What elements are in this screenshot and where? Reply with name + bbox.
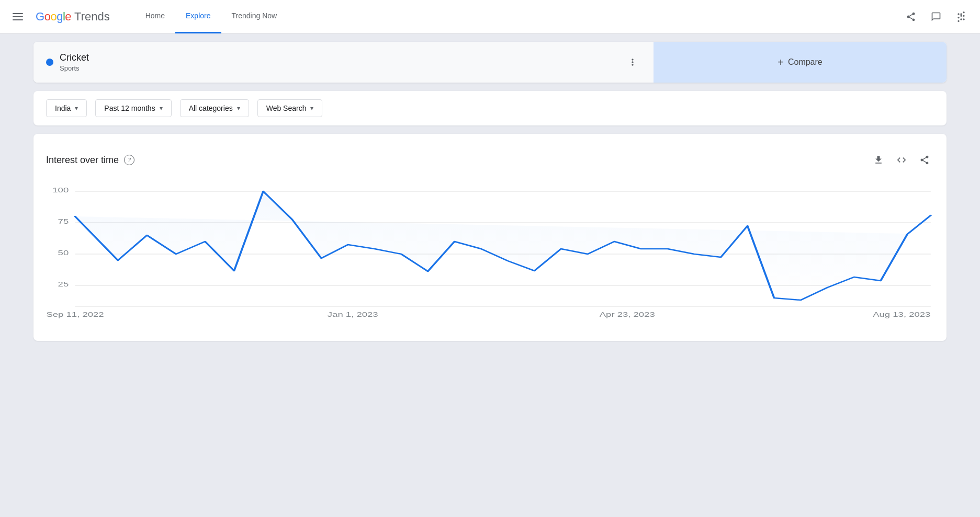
chart-svg: 100 75 50 25 Sep 11, 2022 Jan 1, 2023 Ap… (46, 186, 934, 322)
header: Google Trends Home Explore Trending Now (0, 0, 980, 33)
logo-trends: Trends (74, 10, 110, 24)
compare-icon: + (778, 56, 784, 68)
download-button[interactable] (869, 151, 888, 169)
embed-button[interactable] (892, 151, 911, 169)
region-label: India (55, 104, 71, 112)
search-type-label: Web Search (266, 104, 307, 112)
share-chart-button[interactable] (915, 151, 934, 169)
search-term: Cricket Sports (33, 42, 654, 83)
nav-item-home[interactable]: Home (135, 0, 175, 33)
search-type-filter[interactable]: Web Search ▾ (257, 99, 323, 117)
apps-button[interactable] (951, 6, 972, 27)
main-content: Cricket Sports + Compare India ▾ Past 12… (0, 33, 980, 349)
menu-button[interactable] (8, 9, 27, 25)
time-filter[interactable]: Past 12 months ▾ (95, 99, 171, 117)
interest-over-time-chart: 100 75 50 25 Sep 11, 2022 Jan 1, 2023 Ap… (46, 186, 934, 324)
x-label-apr: Apr 23, 2023 (600, 311, 655, 318)
chart-section: Interest over time ? (33, 134, 947, 341)
time-chevron-icon: ▾ (160, 105, 163, 112)
chart-area-fill (75, 191, 931, 300)
chart-title: Interest over time (46, 155, 119, 166)
logo-google: Google (36, 10, 71, 24)
region-filter[interactable]: India ▾ (46, 99, 87, 117)
nav: Home Explore Trending Now (135, 0, 287, 33)
search-type-chevron-icon: ▾ (310, 105, 313, 112)
filters-bar: India ▾ Past 12 months ▾ All categories … (33, 91, 947, 125)
header-right (900, 6, 972, 27)
feedback-button[interactable] (926, 6, 947, 27)
logo: Google Trends (36, 10, 110, 24)
share-button[interactable] (900, 6, 921, 27)
compare-label: Compare (788, 58, 823, 67)
nav-item-explore[interactable]: Explore (175, 0, 221, 33)
x-label-aug: Aug 13, 2023 (873, 311, 930, 318)
help-icon[interactable]: ? (124, 155, 134, 165)
category-chevron-icon: ▾ (237, 105, 240, 112)
nav-item-trending[interactable]: Trending Now (221, 0, 288, 33)
category-label: All categories (189, 104, 233, 112)
search-panel: Cricket Sports + Compare (33, 42, 947, 83)
x-label-sep: Sep 11, 2022 (46, 311, 104, 318)
region-chevron-icon: ▾ (75, 105, 78, 112)
y-label-50: 50 (58, 249, 69, 256)
x-label-jan: Jan 1, 2023 (328, 311, 378, 318)
term-menu-button[interactable] (624, 54, 641, 71)
y-label-100: 100 (52, 187, 69, 193)
time-label: Past 12 months (104, 104, 155, 112)
chart-actions (869, 151, 934, 169)
header-left: Google Trends (8, 9, 110, 25)
y-label-75: 75 (58, 218, 69, 225)
category-filter[interactable]: All categories ▾ (180, 99, 249, 117)
term-category: Sports (60, 64, 618, 72)
chart-header: Interest over time ? (46, 151, 934, 169)
y-label-25: 25 (58, 281, 69, 288)
term-info: Cricket Sports (60, 52, 618, 72)
compare-button[interactable]: + Compare (654, 42, 947, 83)
term-indicator-dot (46, 59, 53, 66)
term-name: Cricket (60, 52, 618, 63)
chart-title-row: Interest over time ? (46, 155, 134, 166)
